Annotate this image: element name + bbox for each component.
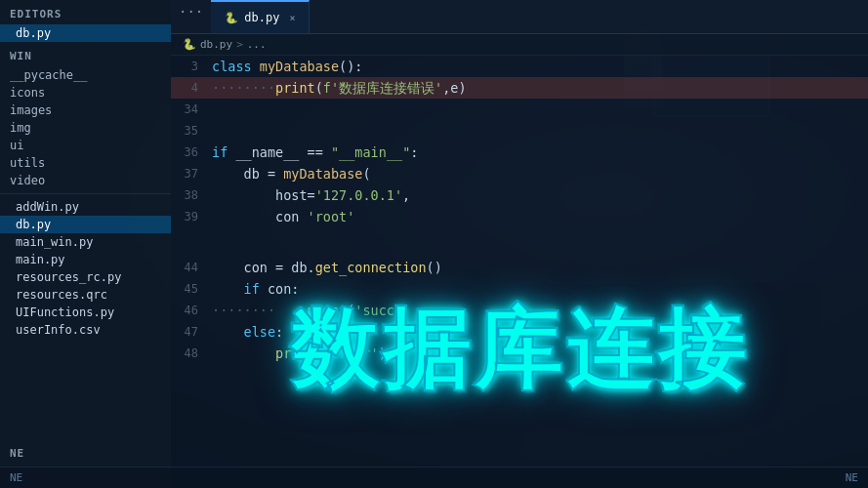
code-line-3: 3 class myDatabase(): bbox=[171, 56, 868, 77]
line-num-38: 38 bbox=[171, 184, 212, 206]
code-line-46: 46 ········ print('succ') bbox=[171, 300, 868, 321]
sidebar-file-db[interactable]: db.py bbox=[0, 216, 171, 233]
code-line-4: 4 ········print(f'数据库连接错误',e) bbox=[171, 77, 868, 99]
status-right: NE bbox=[846, 471, 858, 484]
tab-ellipsis[interactable]: ... bbox=[171, 0, 211, 33]
status-left: NE bbox=[10, 471, 22, 484]
line-content-37: db = myDatabase( bbox=[212, 163, 371, 184]
line-num-36: 36 bbox=[171, 142, 212, 163]
sidebar-folder-video[interactable]: video bbox=[0, 172, 171, 189]
line-content-3: class myDatabase(): bbox=[212, 56, 362, 77]
line-num-39: 39 bbox=[171, 206, 212, 227]
win-section-title: WIN bbox=[0, 42, 171, 66]
code-line-47: 47 else: bbox=[171, 321, 868, 343]
code-line-34: 34 bbox=[171, 99, 868, 120]
code-area: 3 class myDatabase(): 4 ········print(f'… bbox=[171, 56, 868, 488]
code-line-39: 39 con 'root' bbox=[171, 206, 868, 227]
line-num-34: 34 bbox=[171, 99, 212, 120]
line-num-35: 35 bbox=[171, 120, 212, 142]
tab-bar: ... 🐍 db.py × bbox=[171, 0, 868, 34]
code-line-38: 38 host='127.0.0.1', bbox=[171, 184, 868, 206]
editors-section-title: EDITORS bbox=[0, 0, 171, 24]
sidebar-folder-images[interactable]: images bbox=[0, 102, 171, 119]
line-content-44: con = db.get_connection() bbox=[212, 257, 442, 278]
line-num-37: 37 bbox=[171, 163, 212, 184]
status-bar: NE NE bbox=[0, 467, 868, 488]
line-content-38: host='127.0.0.1', bbox=[212, 184, 410, 206]
sidebar-folder-icons[interactable]: icons bbox=[0, 84, 171, 102]
sidebar-file-main[interactable]: main.py bbox=[0, 251, 171, 268]
code-line-44: 44 con = db.get_connection() bbox=[171, 257, 868, 278]
sidebar-item-db-py-editors[interactable]: db.py bbox=[0, 24, 171, 42]
line-num-46: 46 bbox=[171, 300, 212, 321]
line-num-48: 48 bbox=[171, 343, 212, 364]
line-num-45: 45 bbox=[171, 278, 212, 300]
sidebar-folder-ui[interactable]: ui bbox=[0, 137, 171, 154]
sidebar-file-userinfo[interactable]: userInfo.csv bbox=[0, 321, 171, 339]
tab-label: db.py bbox=[244, 11, 279, 24]
line-num-3: 3 bbox=[171, 56, 212, 77]
tab-db-py[interactable]: 🐍 db.py × bbox=[211, 0, 310, 33]
code-gap bbox=[171, 227, 868, 257]
code-line-36: 36 if __name__ == "__main__": bbox=[171, 142, 868, 163]
line-content-4: ········print(f'数据库连接错误',e) bbox=[212, 77, 467, 99]
line-num-4: 4 bbox=[171, 77, 212, 99]
line-content-36: if __name__ == "__main__": bbox=[212, 142, 418, 163]
breadcrumb-python-icon: 🐍 bbox=[183, 38, 196, 51]
line-content-45: if con: bbox=[212, 278, 299, 300]
sidebar-file-mainwin[interactable]: main_win.py bbox=[0, 233, 171, 251]
code-line-45: 45 if con: bbox=[171, 278, 868, 300]
code-line-37: 37 db = myDatabase( bbox=[171, 163, 868, 184]
sidebar-file-resources-rc[interactable]: resources_rc.py bbox=[0, 268, 171, 286]
code-line-35: 35 bbox=[171, 120, 868, 142]
breadcrumb-location: ... bbox=[247, 38, 267, 51]
sidebar-folder-pycache[interactable]: __pycache__ bbox=[0, 66, 171, 84]
code-line-48: 48 print('error') bbox=[171, 343, 868, 364]
sidebar-divider bbox=[0, 193, 171, 194]
breadcrumb: 🐍 db.py > ... bbox=[171, 34, 868, 56]
sidebar-file-uifunctions[interactable]: UIFunctions.py bbox=[0, 304, 171, 321]
tab-close-button[interactable]: × bbox=[289, 13, 295, 23]
breadcrumb-sep: > bbox=[236, 38, 243, 51]
sidebar-folder-utils[interactable]: utils bbox=[0, 154, 171, 172]
line-content-48: print('error') bbox=[212, 343, 387, 364]
breadcrumb-file: db.py bbox=[200, 38, 232, 51]
sidebar: EDITORS db.py WIN __pycache__ icons imag… bbox=[0, 0, 171, 488]
sidebar-bottom-ne1: NE bbox=[0, 439, 171, 464]
line-num-47: 47 bbox=[171, 321, 212, 343]
sidebar-folder-img[interactable]: img bbox=[0, 119, 171, 137]
tab-python-icon: 🐍 bbox=[225, 12, 238, 24]
line-content-39: con 'root' bbox=[212, 206, 354, 227]
line-num-44: 44 bbox=[171, 257, 212, 278]
sidebar-file-resources-qrc[interactable]: resources.qrc bbox=[0, 286, 171, 304]
sidebar-file-addwin[interactable]: addWin.py bbox=[0, 198, 171, 216]
line-content-47: else: bbox=[212, 321, 283, 343]
line-content-46: ········ print('succ') bbox=[212, 300, 410, 321]
